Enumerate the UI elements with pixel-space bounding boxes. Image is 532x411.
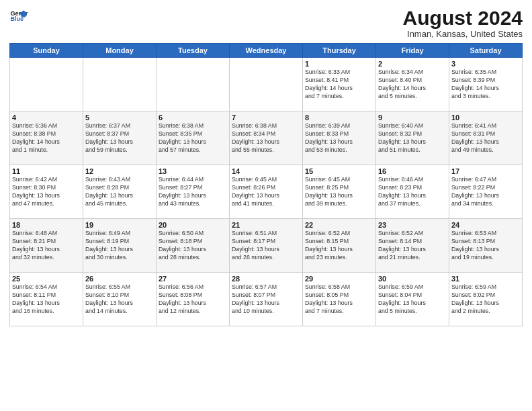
calendar-body: 1Sunrise: 6:33 AM Sunset: 8:41 PM Daylig… — [10, 58, 523, 326]
days-header-row: SundayMondayTuesdayWednesdayThursdayFrid… — [10, 44, 523, 58]
calendar-cell: 19Sunrise: 6:49 AM Sunset: 8:19 PM Dayli… — [83, 219, 157, 273]
day-number: 6 — [159, 113, 227, 122]
day-number: 14 — [232, 167, 300, 175]
day-number: 1 — [305, 60, 373, 68]
calendar-cell: 27Sunrise: 6:56 AM Sunset: 8:08 PM Dayli… — [157, 273, 230, 326]
day-of-week-header: Sunday — [10, 44, 83, 58]
day-detail: Sunrise: 6:52 AM Sunset: 8:14 PM Dayligh… — [378, 230, 447, 262]
calendar-cell — [10, 58, 83, 111]
day-of-week-header: Tuesday — [157, 44, 230, 58]
calendar-cell: 20Sunrise: 6:50 AM Sunset: 8:18 PM Dayli… — [157, 219, 230, 273]
day-number: 9 — [378, 113, 447, 122]
day-number: 10 — [451, 113, 520, 122]
day-number: 12 — [85, 167, 154, 175]
calendar-cell: 9Sunrise: 6:40 AM Sunset: 8:32 PM Daylig… — [376, 111, 449, 165]
calendar-cell: 30Sunrise: 6:59 AM Sunset: 8:04 PM Dayli… — [376, 273, 449, 326]
subtitle: Inman, Kansas, United States — [403, 29, 523, 39]
day-detail: Sunrise: 6:48 AM Sunset: 8:21 PM Dayligh… — [12, 230, 81, 262]
calendar-cell: 26Sunrise: 6:55 AM Sunset: 8:10 PM Dayli… — [83, 273, 157, 326]
day-detail: Sunrise: 6:34 AM Sunset: 8:40 PM Dayligh… — [378, 68, 447, 101]
calendar-cell: 24Sunrise: 6:53 AM Sunset: 8:13 PM Dayli… — [449, 219, 523, 273]
day-detail: Sunrise: 6:38 AM Sunset: 8:35 PM Dayligh… — [159, 122, 227, 154]
calendar-page: General Blue August 2024 Inman, Kansas, … — [0, 0, 532, 411]
day-detail: Sunrise: 6:58 AM Sunset: 8:05 PM Dayligh… — [305, 283, 373, 316]
main-title: August 2024 — [403, 7, 523, 29]
day-detail: Sunrise: 6:39 AM Sunset: 8:33 PM Dayligh… — [305, 122, 373, 154]
calendar-cell: 14Sunrise: 6:45 AM Sunset: 8:26 PM Dayli… — [230, 165, 303, 219]
calendar-cell: 4Sunrise: 6:36 AM Sunset: 8:38 PM Daylig… — [10, 111, 83, 165]
calendar-cell: 3Sunrise: 6:35 AM Sunset: 8:39 PM Daylig… — [449, 58, 523, 111]
logo-icon: General Blue — [9, 7, 28, 26]
calendar-cell — [230, 58, 303, 111]
day-number: 22 — [305, 221, 373, 229]
day-detail: Sunrise: 6:54 AM Sunset: 8:11 PM Dayligh… — [12, 283, 81, 316]
day-number: 15 — [305, 167, 373, 175]
day-of-week-header: Friday — [376, 44, 449, 58]
day-detail: Sunrise: 6:40 AM Sunset: 8:32 PM Dayligh… — [378, 122, 447, 154]
calendar-cell: 13Sunrise: 6:44 AM Sunset: 8:27 PM Dayli… — [157, 165, 230, 219]
calendar-cell: 2Sunrise: 6:34 AM Sunset: 8:40 PM Daylig… — [376, 58, 449, 111]
calendar-cell: 18Sunrise: 6:48 AM Sunset: 8:21 PM Dayli… — [10, 219, 83, 273]
day-number: 28 — [232, 275, 300, 283]
calendar-cell: 10Sunrise: 6:41 AM Sunset: 8:31 PM Dayli… — [449, 111, 523, 165]
day-detail: Sunrise: 6:37 AM Sunset: 8:37 PM Dayligh… — [85, 122, 154, 154]
day-number: 23 — [378, 221, 447, 229]
day-number: 16 — [378, 167, 447, 175]
calendar-cell: 23Sunrise: 6:52 AM Sunset: 8:14 PM Dayli… — [376, 219, 449, 273]
day-detail: Sunrise: 6:56 AM Sunset: 8:08 PM Dayligh… — [159, 283, 227, 316]
day-detail: Sunrise: 6:52 AM Sunset: 8:15 PM Dayligh… — [305, 230, 373, 262]
logo: General Blue — [9, 7, 28, 26]
day-of-week-header: Wednesday — [230, 44, 303, 58]
day-detail: Sunrise: 6:38 AM Sunset: 8:34 PM Dayligh… — [232, 122, 300, 154]
calendar-cell: 22Sunrise: 6:52 AM Sunset: 8:15 PM Dayli… — [303, 219, 376, 273]
day-of-week-header: Thursday — [303, 44, 376, 58]
calendar-cell: 17Sunrise: 6:47 AM Sunset: 8:22 PM Dayli… — [449, 165, 523, 219]
day-number: 18 — [12, 221, 81, 229]
calendar-week-row: 18Sunrise: 6:48 AM Sunset: 8:21 PM Dayli… — [10, 219, 523, 273]
day-number: 24 — [451, 221, 520, 229]
day-detail: Sunrise: 6:49 AM Sunset: 8:19 PM Dayligh… — [85, 230, 154, 262]
day-detail: Sunrise: 6:45 AM Sunset: 8:25 PM Dayligh… — [305, 176, 373, 208]
day-detail: Sunrise: 6:36 AM Sunset: 8:38 PM Dayligh… — [12, 122, 81, 154]
calendar-cell: 7Sunrise: 6:38 AM Sunset: 8:34 PM Daylig… — [230, 111, 303, 165]
day-number: 4 — [12, 113, 81, 122]
calendar-cell: 31Sunrise: 6:59 AM Sunset: 8:02 PM Dayli… — [449, 273, 523, 326]
calendar-cell: 15Sunrise: 6:45 AM Sunset: 8:25 PM Dayli… — [303, 165, 376, 219]
day-of-week-header: Saturday — [449, 44, 523, 58]
day-detail: Sunrise: 6:42 AM Sunset: 8:30 PM Dayligh… — [12, 176, 81, 208]
day-detail: Sunrise: 6:59 AM Sunset: 8:02 PM Dayligh… — [451, 283, 520, 316]
day-number: 20 — [159, 221, 227, 229]
day-number: 27 — [159, 275, 227, 283]
calendar-cell: 25Sunrise: 6:54 AM Sunset: 8:11 PM Dayli… — [10, 273, 83, 326]
calendar-cell: 5Sunrise: 6:37 AM Sunset: 8:37 PM Daylig… — [83, 111, 157, 165]
day-number: 13 — [159, 167, 227, 175]
day-detail: Sunrise: 6:59 AM Sunset: 8:04 PM Dayligh… — [378, 283, 447, 316]
day-number: 19 — [85, 221, 154, 229]
day-detail: Sunrise: 6:51 AM Sunset: 8:17 PM Dayligh… — [232, 230, 300, 262]
calendar-cell: 1Sunrise: 6:33 AM Sunset: 8:41 PM Daylig… — [303, 58, 376, 111]
day-detail: Sunrise: 6:33 AM Sunset: 8:41 PM Dayligh… — [305, 68, 373, 101]
day-number: 3 — [451, 60, 520, 68]
calendar-cell: 11Sunrise: 6:42 AM Sunset: 8:30 PM Dayli… — [10, 165, 83, 219]
calendar-cell: 12Sunrise: 6:43 AM Sunset: 8:28 PM Dayli… — [83, 165, 157, 219]
header: General Blue August 2024 Inman, Kansas, … — [9, 7, 523, 39]
calendar-week-row: 11Sunrise: 6:42 AM Sunset: 8:30 PM Dayli… — [10, 165, 523, 219]
day-number: 26 — [85, 275, 154, 283]
day-number: 5 — [85, 113, 154, 122]
calendar-cell: 29Sunrise: 6:58 AM Sunset: 8:05 PM Dayli… — [303, 273, 376, 326]
calendar-week-row: 25Sunrise: 6:54 AM Sunset: 8:11 PM Dayli… — [10, 273, 523, 326]
calendar-week-row: 4Sunrise: 6:36 AM Sunset: 8:38 PM Daylig… — [10, 111, 523, 165]
title-block: August 2024 Inman, Kansas, United States — [403, 7, 523, 39]
day-detail: Sunrise: 6:53 AM Sunset: 8:13 PM Dayligh… — [451, 230, 520, 262]
day-detail: Sunrise: 6:43 AM Sunset: 8:28 PM Dayligh… — [85, 176, 154, 208]
day-number: 25 — [12, 275, 81, 283]
calendar-table: SundayMondayTuesdayWednesdayThursdayFrid… — [9, 43, 523, 326]
calendar-cell: 8Sunrise: 6:39 AM Sunset: 8:33 PM Daylig… — [303, 111, 376, 165]
calendar-header: SundayMondayTuesdayWednesdayThursdayFrid… — [10, 44, 523, 58]
calendar-cell: 28Sunrise: 6:57 AM Sunset: 8:07 PM Dayli… — [230, 273, 303, 326]
calendar-cell: 21Sunrise: 6:51 AM Sunset: 8:17 PM Dayli… — [230, 219, 303, 273]
day-number: 11 — [12, 167, 81, 175]
day-number: 31 — [451, 275, 520, 283]
day-number: 8 — [305, 113, 373, 122]
calendar-cell — [157, 58, 230, 111]
